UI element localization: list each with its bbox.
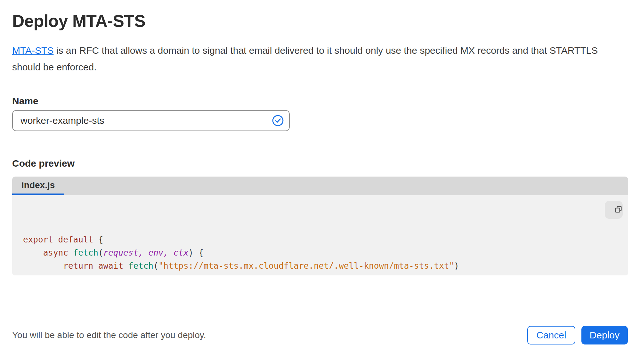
description-text: is an RFC that allows a domain to signal… <box>12 45 598 72</box>
copy-icon <box>605 200 623 219</box>
check-circle-icon <box>272 115 284 127</box>
deploy-button[interactable]: Deploy <box>581 326 628 344</box>
tab-index-js[interactable]: index.js <box>12 177 64 195</box>
copy-button[interactable] <box>605 201 623 219</box>
footer-note: You will be able to edit the code after … <box>12 330 206 340</box>
footer: You will be able to edit the code after … <box>12 326 628 344</box>
code-block: export default { async fetch(request, en… <box>12 195 628 275</box>
cancel-button[interactable]: Cancel <box>527 326 575 344</box>
code-line: }, <box>23 273 599 275</box>
name-label: Name <box>12 96 628 107</box>
code-line: return await fetch("https://mta-sts.mx.c… <box>23 259 599 273</box>
code-tab-bar: index.js <box>12 177 628 195</box>
description: MTA-STS is an RFC that allows a domain t… <box>12 42 628 75</box>
name-input[interactable] <box>12 110 290 131</box>
code-lines: export default { async fetch(request, en… <box>23 233 599 275</box>
mta-sts-link[interactable]: MTA-STS <box>12 45 53 56</box>
footer-actions: Cancel Deploy <box>527 326 628 344</box>
code-line: export default { <box>23 233 599 246</box>
footer-divider <box>12 315 628 315</box>
code-preview-card: index.js export default { async fetch(re… <box>12 177 628 275</box>
page-title: Deploy MTA-STS <box>12 11 628 31</box>
code-line: async fetch(request, env, ctx) { <box>23 246 599 259</box>
code-preview-label: Code preview <box>12 158 628 169</box>
name-input-wrap <box>12 110 290 131</box>
